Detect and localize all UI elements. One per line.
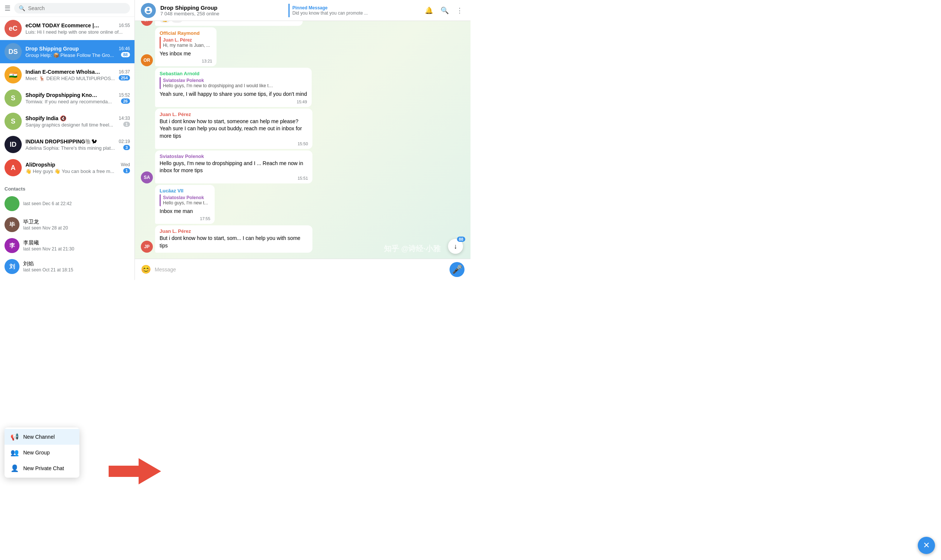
message-text: Hello guys, I'm new to dropshipping and … bbox=[160, 160, 308, 174]
chat-list-item-indian_drop[interactable]: IDINDIAN DROPSHIPPING🐘🐿02:19Adelina Soph… bbox=[0, 133, 134, 156]
chat-time: 02:19 bbox=[119, 139, 130, 144]
message-reply: Sviatoslav PolenokHello guys, I'm new to… bbox=[160, 77, 307, 89]
message-avatar: SA bbox=[141, 171, 153, 183]
contact-status: last seen Dec 6 at 22:42 bbox=[23, 201, 130, 206]
avatar: S bbox=[5, 89, 22, 107]
scroll-to-bottom-button[interactable]: 88 ↓ bbox=[448, 239, 463, 254]
message-row: Juan L. PérezBut i dont know how to star… bbox=[141, 109, 464, 149]
chat-content: Indian E-Commerce Wholsaler B2...16:37Me… bbox=[25, 69, 130, 81]
chat-background: Unread messages Juan L. PérezHi, my name… bbox=[135, 21, 470, 258]
unread-badge: 254 bbox=[119, 75, 130, 80]
chat-content: INDIAN DROPSHIPPING🐘🐿02:19Adelina Sophia… bbox=[25, 138, 130, 151]
avatar: 李 bbox=[5, 238, 20, 253]
contact-item-c2[interactable]: 毕毕卫龙last seen Nov 28 at 20 bbox=[0, 214, 134, 235]
message-sender: Lucãaz VII bbox=[160, 188, 210, 194]
message-avatar: JP bbox=[141, 21, 153, 26]
avatar: eC bbox=[5, 20, 22, 37]
message-time: 15:50 bbox=[160, 142, 308, 146]
pinned-label: Pinned Message bbox=[293, 5, 416, 11]
search-chat-icon[interactable]: 🔍 bbox=[439, 5, 450, 16]
avatar: ID bbox=[5, 136, 22, 153]
menu-icon[interactable]: ☰ bbox=[5, 4, 11, 12]
message-reactions: 👍BT bbox=[160, 21, 298, 23]
chevron-down-icon: ↓ bbox=[454, 243, 457, 251]
unread-badge: 88 bbox=[121, 52, 130, 57]
voice-button[interactable]: 🎤 bbox=[449, 262, 464, 277]
message-text: Yes inbox me bbox=[160, 50, 212, 58]
chat-name: Shopify Dropshipping Knowledge ... bbox=[25, 92, 100, 98]
chat-list-item-ali[interactable]: AAliDropshipWed👋 Hey guys 👋 You can book… bbox=[0, 156, 134, 179]
chat-name: Drop Shipping Group bbox=[25, 46, 79, 52]
message-sender: Sviatoslav Polenok bbox=[160, 154, 308, 159]
chat-name: Indian E-Commerce Wholsaler B2... bbox=[25, 69, 100, 75]
message-bubble: Official RaymondJuan L. PérezHi, my name… bbox=[155, 27, 216, 67]
message-input[interactable] bbox=[155, 266, 446, 272]
contacts-section-title: Contacts bbox=[0, 182, 134, 193]
sidebar-header: ☰ 🔍 bbox=[0, 0, 134, 17]
chat-content: AliDropshipWed👋 Hey guys 👋 You can book … bbox=[25, 162, 130, 174]
message-time: 15:49 bbox=[160, 100, 307, 104]
message-avatar: OR bbox=[141, 54, 153, 66]
chat-time: 14:33 bbox=[119, 116, 130, 121]
chat-list-item-shopify_india[interactable]: SShopify India 🔇14:33Sanjay graphics des… bbox=[0, 110, 134, 133]
chat-list-item-telegram[interactable]: ✈Telegram ✓WedLogin code: 49450. Do not … bbox=[0, 179, 134, 182]
chat-panel: Drop Shipping Group 7 048 members, 258 o… bbox=[135, 0, 470, 280]
chat-header-info: Drop Shipping Group 7 048 members, 258 o… bbox=[160, 5, 284, 17]
unread-badge: 1 bbox=[123, 168, 130, 173]
message-bubble: But i dont know how to start, someone ca… bbox=[155, 21, 303, 26]
chat-time: 16:46 bbox=[119, 46, 130, 51]
message-row: OROfficial RaymondJuan L. PérezHi, my na… bbox=[141, 27, 464, 67]
chat-header: Drop Shipping Group 7 048 members, 258 o… bbox=[135, 0, 470, 21]
chat-preview: Meet: 🦌 DEER HEAD MULTIPURPOS... bbox=[25, 75, 115, 81]
pinned-message[interactable]: Pinned Message Did you know that you can… bbox=[288, 4, 419, 17]
contact-item-c4[interactable]: 刘刘焰last seen Oct 21 at 18:15 bbox=[0, 256, 134, 277]
contact-status: last seen Nov 28 at 20 bbox=[23, 225, 130, 231]
message-row: SASviatoslav PolenokHello guys, I'm new … bbox=[141, 151, 464, 183]
message-bubble: Lucãaz VIISviatoslav PolenokHello guys, … bbox=[155, 185, 214, 224]
message-row: JPJuan L. PérezBut i dont know how to st… bbox=[141, 225, 464, 252]
chat-list: eCeCOM TODAY Ecommerce | ENG C...16:55Lu… bbox=[0, 17, 134, 182]
chat-preview: Luis: Hi I need help with one store onli… bbox=[25, 29, 122, 35]
contact-item-c1[interactable]: last seen Dec 6 at 22:42 bbox=[0, 193, 134, 214]
message-row: Sebastian ArnoldSviatoslav PolenokHello … bbox=[141, 68, 464, 107]
message-row: JPBut i dont know how to start, someone … bbox=[141, 21, 464, 26]
chat-list-item-dropshipping[interactable]: DSDrop Shipping Group16:46Group Help: 📦 … bbox=[0, 40, 134, 63]
chat-list-item-indian[interactable]: 🇮🇳Indian E-Commerce Wholsaler B2...16:37… bbox=[0, 63, 134, 86]
more-icon[interactable]: ⋮ bbox=[455, 5, 464, 16]
chat-name: eCOM TODAY Ecommerce | ENG C... bbox=[25, 23, 100, 28]
chat-name: INDIAN DROPSHIPPING🐘🐿 bbox=[25, 138, 97, 145]
emoji-button[interactable]: 😊 bbox=[141, 265, 151, 274]
message-text: But i dont know how to start, someone ca… bbox=[160, 118, 308, 140]
message-sender: Sebastian Arnold bbox=[160, 71, 307, 76]
chat-list-item-shopify_drop[interactable]: SShopify Dropshipping Knowledge ...15:52… bbox=[0, 86, 134, 110]
contact-name: 毕卫龙 bbox=[23, 218, 130, 225]
search-input[interactable] bbox=[28, 5, 125, 11]
mute-icon[interactable]: 🔔 bbox=[423, 5, 435, 16]
message-sender: Juan L. Pérez bbox=[160, 228, 308, 234]
chat-time: 16:37 bbox=[119, 69, 130, 74]
message-bubble: Juan L. PérezBut i dont know how to star… bbox=[155, 225, 312, 252]
unread-badge: 1 bbox=[123, 122, 130, 127]
message-avatar: JP bbox=[141, 241, 153, 253]
avatar: S bbox=[5, 113, 22, 130]
contact-item-c3[interactable]: 李李晨曦last seen Nov 21 at 21:30 bbox=[0, 235, 134, 256]
avatar: A bbox=[5, 159, 22, 176]
message-sender: Official Raymond bbox=[160, 30, 212, 36]
chat-content: eCOM TODAY Ecommerce | ENG C...16:55Luis… bbox=[25, 23, 130, 35]
search-box[interactable]: 🔍 bbox=[14, 3, 130, 14]
message-text: But i dont know how to start, som... I c… bbox=[160, 235, 308, 249]
message-bubble: Juan L. PérezBut i dont know how to star… bbox=[155, 109, 312, 149]
search-icon: 🔍 bbox=[19, 5, 25, 11]
chat-members: 7 048 members, 258 online bbox=[160, 11, 284, 17]
message-time: 17:55 bbox=[160, 216, 210, 221]
contact-status: last seen Nov 21 at 21:30 bbox=[23, 246, 130, 252]
contact-name: 刘焰 bbox=[23, 260, 130, 267]
chat-content: Shopify India 🔇14:33Sanjay graphics desi… bbox=[25, 115, 130, 128]
chat-preview: Sanjay graphics designer full time freel… bbox=[25, 122, 113, 128]
chat-preview: Adelina Sophia: There's this mining plat… bbox=[25, 145, 115, 151]
contact-name: 李晨曦 bbox=[23, 240, 130, 246]
sidebar: ☰ 🔍 eCeCOM TODAY Ecommerce | ENG C...16:… bbox=[0, 0, 135, 280]
chat-list-item-ecom[interactable]: eCeCOM TODAY Ecommerce | ENG C...16:55Lu… bbox=[0, 17, 134, 40]
message-text: Inbox me man bbox=[160, 208, 210, 215]
message-bubble: Sviatoslav PolenokHello guys, I'm new to… bbox=[155, 151, 312, 183]
